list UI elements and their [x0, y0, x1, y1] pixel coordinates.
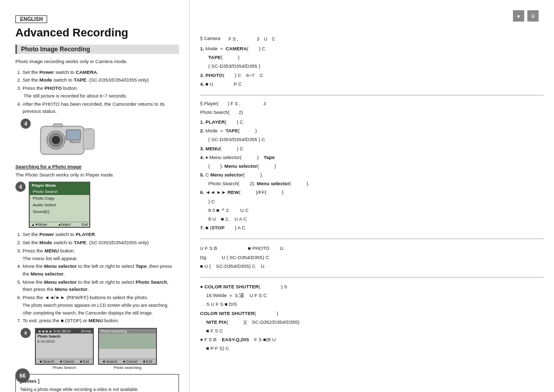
- lcd-menu-item-sound: Sound[1]: [30, 208, 89, 215]
- step-6-player-b: ) C: [200, 198, 544, 205]
- lcd-header: Player Mode: [30, 183, 89, 188]
- step-circle-4: 4: [21, 119, 31, 129]
- list-item: Press the PHOTO button. The still pictur…: [23, 85, 179, 100]
- photo-note-2: ■ U ( SC-D354/D355) C U.: [200, 262, 544, 270]
- right-content: § Camera F S , 3 U C 1. Mode ＝ CAMERA( )…: [200, 10, 544, 352]
- note-1: Taking a photo image while recording a v…: [20, 386, 174, 392]
- step-circle-6: 6: [21, 328, 31, 338]
- step-6-player-c: 8 0 ■ ＊2. U C: [200, 206, 544, 214]
- page-container: ENGLISH Advanced Recording Photo Image R…: [0, 0, 554, 392]
- lcd-search-row: 6 ◄◄/►► 0:41:38/10 2h'min Photo Search E…: [21, 328, 179, 370]
- lcd-menu: Player Mode Photo Search Photo Copy Audi…: [29, 182, 90, 228]
- list-item: Set the Power switch to PLAYER.: [23, 231, 179, 239]
- english-badge: ENGLISH: [15, 15, 47, 23]
- photo-search-header: Photo Search( 2): [200, 109, 544, 116]
- icon-square-1: ■: [513, 10, 524, 22]
- list-item: Press the MENU button.The menu list will…: [23, 247, 179, 262]
- lcd-label-searching: Photo searching: [98, 365, 157, 370]
- photo-notes-section: U F S B ■ PHOTO U. Dg U ( SC-D354/D355) …: [200, 244, 544, 270]
- top-right-icons: ■ 湯: [513, 10, 539, 22]
- svg-point-3: [52, 136, 60, 144]
- list-item: Move the Menu selector to the left or ri…: [23, 263, 179, 278]
- photo-note-1: Dg U ( SC-D354/D355) C: [200, 253, 544, 261]
- color-nite-7: ● F S B EASY.Q,DIS F S ■(B U: [200, 336, 544, 343]
- right-column: ■ 湯 § Camera F S , 3 U C 1. Mode ＝ CAMER…: [190, 0, 554, 392]
- page-number: 66: [15, 368, 30, 383]
- camera-diagram-row: 4 PHOTO: [21, 119, 179, 160]
- color-nite-5: NITE PIX( )( SC-D352/D354/D355): [200, 318, 544, 326]
- lcd-screen: Player Mode Photo Search Photo Copy Audi…: [29, 182, 90, 228]
- svg-text:PHOTO: PHOTO: [70, 141, 81, 144]
- lcd-search-screen: ◄◄/►► 0:41:38/10 2h'min Photo Search E:4…: [35, 328, 94, 365]
- list-item: After the PHOTO has been recorded, the C…: [23, 101, 179, 115]
- step-7-player: 7. ■ (STOP ) A C: [200, 224, 544, 231]
- lcd-menu-item-photo-search: Photo Search: [30, 188, 89, 195]
- svg-rect-6: [53, 124, 63, 127]
- color-nite-3: S U F S ■ DIS: [200, 300, 544, 308]
- color-nite-1: ● COLOR NITE SHUTTER( ) S: [200, 283, 544, 290]
- lcd-label-search: Photo Search: [35, 365, 94, 370]
- step-6-player-d: 8 U ■ 2, U A C: [200, 215, 544, 223]
- step-1-camera: 1. Mode ＝ CAMERA( ) C: [200, 45, 544, 52]
- step-1-player: 1. PLAYER( ) C: [200, 118, 544, 126]
- lcd-photo-searching: Photo searching... ■ Search ■ Cancel ■ E…: [98, 328, 157, 370]
- color-nite-8: ■ P F S) C: [200, 344, 544, 352]
- step-2-player-sc: ( SC-D353/D354/D355 ) C: [200, 135, 544, 143]
- step-2-player: 2. Mode ＝ TAPE( ): [200, 127, 544, 134]
- step-4-camera: 4. ■ U P C: [200, 80, 544, 88]
- step-3-camera: 3. PHOTO( ) C 6~7 C: [200, 71, 544, 79]
- list-item: Set the Mode switch to TAPE. (SC-D353/D3…: [23, 239, 179, 247]
- lcd-menu-item-photo-copy: Photo Copy: [30, 195, 89, 202]
- divider-2: [200, 239, 544, 239]
- player-section-header: § Player( ) F S , 3: [200, 101, 544, 107]
- subsection-title: Searching for a Photo Image: [15, 164, 179, 169]
- notes-box: [ Notes ] Taking a photo image while rec…: [15, 374, 179, 392]
- notes-title: [ Notes ]: [20, 378, 174, 385]
- step-indicator-area: 4: [15, 182, 26, 192]
- step-3-player: 3. MENU( ) C: [200, 145, 544, 152]
- list-item: Press the ◄◄/►► (REW/FF) buttons to sele…: [23, 294, 179, 317]
- lcd-searching-screen: Photo searching... ■ Search ■ Cancel ■ E…: [98, 328, 157, 365]
- color-nite-6: ■ F S C: [200, 327, 544, 335]
- lcd-photo-search: ◄◄/►► 0:41:38/10 2h'min Photo Search E:4…: [35, 328, 94, 370]
- lcd-and-steps-row: 4 Player Mode Photo Search Photo Copy Au…: [15, 182, 179, 228]
- divider-3: [200, 277, 544, 278]
- step-5-player-b: Photo Search( 2). Menu selector( ).: [200, 180, 544, 187]
- list-item: To exit, press the ■ (STOP) or MENU butt…: [23, 317, 179, 325]
- svg-rect-7: [83, 129, 94, 149]
- camera-section-header: § Camera F S , 3 U C: [200, 36, 544, 43]
- sub-steps-list: Set the Power switch to PLAYER. Set the …: [15, 231, 179, 325]
- color-nite-2: 16:9Wide ＝ S 湯 U F S C: [200, 291, 544, 299]
- step-4-player-b: ( ). Menu selector( ): [200, 162, 544, 170]
- main-steps: Set the Power switch to CAMERA. Set the …: [15, 69, 179, 116]
- page-title: Advanced Recording: [15, 26, 179, 40]
- step-5-player: 5. C Menu selector( ).: [200, 171, 544, 179]
- icon-square-2: 湯: [527, 10, 539, 22]
- step-6-player: 6. ◄◄ ►► REW( )/FF( ): [200, 188, 544, 196]
- step-circle-player: 4: [15, 182, 26, 192]
- list-item: Set the Power switch to CAMERA.: [23, 69, 179, 76]
- section-title: Photo Image Recording: [15, 45, 179, 54]
- camera-section: § Camera F S , 3 U C 1. Mode ＝ CAMERA( )…: [200, 36, 544, 88]
- intro-text: Photo image recording works only in Came…: [15, 58, 179, 65]
- player-section: § Player( ) F S , 3 Photo Search( 2) 1. …: [200, 101, 544, 231]
- camera-illustration: PHOTO: [38, 119, 97, 160]
- color-nite-4: COLOR NITE SHUTTER( ): [200, 309, 544, 317]
- lcd-bottom-bar: ▲▼Move ●Select Exit: [30, 222, 89, 227]
- step-circle-6-wrap: 6: [21, 328, 31, 338]
- list-item: Move the Menu selector to the left or ri…: [23, 279, 179, 293]
- lcd-menu-item-audio-select: Audio Select: [30, 202, 89, 208]
- step-sc-note: ( SC-D353/D354/D355 ): [200, 62, 544, 70]
- color-nite-section: ● COLOR NITE SHUTTER( ) S 16:9Wide ＝ S 湯…: [200, 283, 544, 352]
- step-4-player: 4. ♦ Menu selector( ) Tape: [200, 153, 544, 161]
- list-item: Set the Mode switch to TAPE. (SC-D353/D3…: [23, 76, 179, 84]
- subsection-intro: The Photo Search works only in Player mo…: [15, 171, 179, 179]
- step-1-camera-tape: TAPE( ): [200, 53, 544, 61]
- photo-note-header: U F S B ■ PHOTO U.: [200, 244, 544, 252]
- divider-1: [200, 95, 544, 95]
- left-column: ENGLISH Advanced Recording Photo Image R…: [0, 0, 190, 392]
- svg-rect-4: [66, 130, 81, 140]
